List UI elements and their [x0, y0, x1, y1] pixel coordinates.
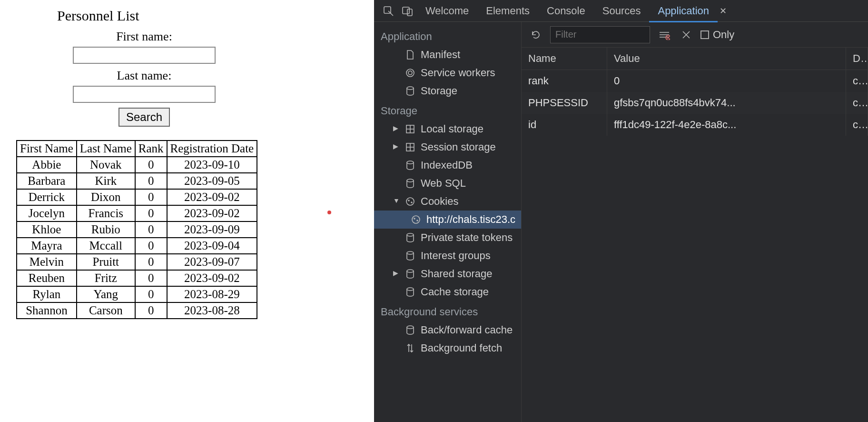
cookie-domain: c...	[846, 92, 868, 114]
sidebar-item-service-workers[interactable]: ▶ Service workers	[374, 64, 521, 82]
sidebar-item-label: Service workers	[421, 67, 495, 79]
table-header-name[interactable]: Name	[522, 48, 607, 70]
svg-point-19	[407, 288, 414, 291]
table-cell: Kirk	[77, 173, 135, 189]
table-header: Last Name	[77, 141, 135, 157]
last-name-label: Last name:	[29, 69, 260, 83]
cookies-table-header: Name Value D...	[522, 48, 868, 70]
sidebar-heading-storage: Storage	[374, 100, 521, 120]
table-row: DerrickDixon02023-09-02	[17, 189, 257, 205]
table-cell: 2023-08-28	[167, 302, 257, 319]
sidebar-item-back-forward-cache[interactable]: ▶ Back/forward cache	[374, 321, 521, 339]
database-icon	[405, 161, 415, 170]
web-page-pane: Personnel List First name: Last name: Se…	[0, 0, 374, 422]
svg-rect-1	[403, 7, 409, 14]
device-toggle-icon[interactable]	[398, 5, 417, 17]
grid-icon	[405, 124, 415, 134]
sidebar-item-cache-storage[interactable]: ▶ Cache storage	[374, 283, 521, 301]
sidebar-item-label: Manifest	[421, 49, 460, 61]
table-cell: Abbie	[17, 157, 77, 173]
table-header-d[interactable]: D...	[846, 48, 868, 70]
sidebar-item-manifest[interactable]: ▶ Manifest	[374, 46, 521, 64]
table-cell: 2023-09-09	[167, 221, 257, 238]
search-button[interactable]: Search	[118, 108, 170, 127]
table-row: BarbaraKirk02023-09-05	[17, 173, 257, 189]
cookie-domain: c...	[846, 114, 868, 136]
tab-elements[interactable]: Elements	[477, 1, 538, 21]
table-cell: 0	[135, 205, 167, 221]
sidebar-item-label: Web SQL	[421, 177, 466, 190]
table-cell: 2023-09-04	[167, 238, 257, 254]
tab-welcome[interactable]: Welcome	[417, 1, 477, 21]
sidebar-item-interest-groups[interactable]: ▶ Interest groups	[374, 247, 521, 265]
chevron-right-icon: ▶	[393, 124, 400, 132]
cookies-toolbar: Only	[522, 22, 868, 48]
sidebar-item-label: Cookies	[421, 195, 458, 208]
sidebar-item-label: Private state tokens	[421, 231, 513, 244]
sidebar-item-indexeddb[interactable]: ▶ IndexedDB	[374, 156, 521, 174]
chevron-right-icon: ▶	[393, 269, 400, 277]
table-cell: Fritz	[77, 270, 135, 286]
tab-sources[interactable]: Sources	[594, 1, 650, 21]
cookie-icon	[411, 215, 421, 224]
table-cell: Barbara	[17, 173, 77, 189]
sidebar-item-background-fetch[interactable]: ▶ Background fetch	[374, 339, 521, 357]
sidebar-item-storage[interactable]: ▶ Storage	[374, 82, 521, 100]
delete-button[interactable]	[679, 27, 694, 42]
chevron-right-icon: ▶	[393, 142, 400, 150]
svg-rect-2	[407, 9, 412, 16]
svg-point-3	[408, 71, 412, 75]
cookie-value: 0	[607, 70, 846, 92]
sidebar-item-label: http://chals.tisc23.c	[426, 213, 515, 226]
checkbox-icon	[700, 30, 709, 39]
sidebar-item-label: Background fetch	[421, 342, 502, 354]
table-cell: 0	[135, 270, 167, 286]
sidebar-item-label: Local storage	[421, 123, 483, 135]
table-cell: 2023-08-29	[167, 286, 257, 302]
svg-point-13	[412, 216, 420, 223]
table-header: Registration Date	[167, 141, 257, 157]
cookie-row[interactable]: PHPSESSIDgfsbs7qn0uc88fs4bvk74...c...	[522, 92, 868, 114]
table-row: ShannonCarson02023-08-28	[17, 302, 257, 319]
sidebar-item-shared-storage[interactable]: ▶ Shared storage	[374, 265, 521, 283]
table-row: MayraMccall02023-09-04	[17, 238, 257, 254]
only-checkbox[interactable]: Only	[700, 29, 734, 41]
sidebar-item-cookies-url[interactable]: http://chals.tisc23.c	[374, 211, 521, 229]
table-cell: Dixon	[77, 189, 135, 205]
table-cell: Carson	[77, 302, 135, 319]
table-cell: Shannon	[17, 302, 77, 319]
close-tab-icon[interactable]: ✕	[720, 6, 727, 16]
table-cell: Reuben	[17, 270, 77, 286]
tab-application[interactable]: Application	[649, 1, 718, 22]
grid-icon	[405, 142, 415, 152]
table-row: MelvinPruitt02023-09-07	[17, 254, 257, 270]
sidebar-item-session-storage[interactable]: ▶ Session storage	[374, 138, 521, 156]
table-header-value[interactable]: Value	[607, 48, 846, 70]
search-form: First name: Last name: Search	[29, 30, 260, 127]
clear-all-button[interactable]	[657, 27, 672, 42]
cookie-row[interactable]: idfff1dc49-122f-4e2e-8a8c...c...	[522, 114, 868, 136]
svg-point-12	[411, 202, 412, 203]
cookie-row[interactable]: rank0c...	[522, 70, 868, 92]
gear-icon	[405, 68, 415, 78]
sidebar-item-cookies[interactable]: ▼ Cookies	[374, 192, 521, 211]
inspect-element-icon[interactable]	[379, 5, 398, 17]
devtools-tabbar: Welcome Elements Console Sources Applica…	[374, 0, 868, 22]
table-cell: Rylan	[17, 286, 77, 302]
svg-point-14	[414, 218, 415, 219]
refresh-button[interactable]	[528, 27, 543, 42]
table-cell: Khloe	[17, 221, 77, 238]
tab-console[interactable]: Console	[538, 1, 594, 21]
table-cell: 0	[135, 254, 167, 270]
sidebar-item-private-state-tokens[interactable]: ▶ Private state tokens	[374, 229, 521, 247]
sidebar-item-local-storage[interactable]: ▶ Local storage	[374, 120, 521, 138]
sidebar-heading-application: Application	[374, 26, 521, 46]
sidebar-item-websql[interactable]: ▶ Web SQL	[374, 174, 521, 192]
filter-input[interactable]	[550, 26, 650, 43]
cookies-table: Name Value D... rank0c...PHPSESSIDgfsbs7…	[522, 48, 868, 422]
svg-point-5	[407, 87, 414, 90]
last-name-input[interactable]	[73, 86, 216, 103]
sidebar-item-label: Back/forward cache	[421, 324, 513, 336]
table-header: Rank	[135, 141, 167, 157]
first-name-input[interactable]	[73, 47, 216, 64]
